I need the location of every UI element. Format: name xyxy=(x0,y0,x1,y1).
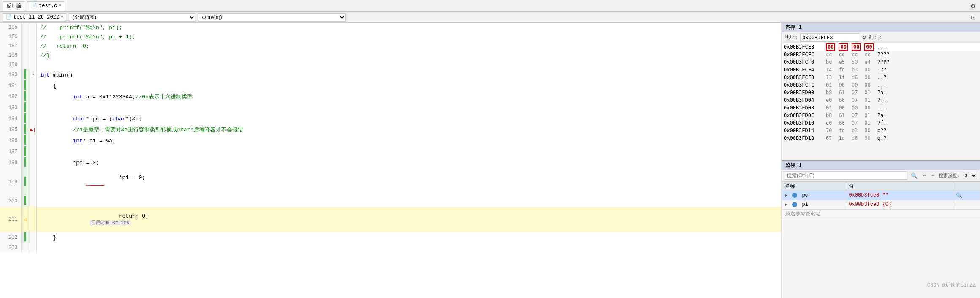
code-scroll[interactable]: 185 // printf("%p\n", pi); 186 // printf… xyxy=(0,23,781,298)
fold-197 xyxy=(30,146,36,157)
fold-191 xyxy=(30,80,36,91)
watch-table-wrapper[interactable]: 名称 值 ▶ pc 0x00b3fce8 "" xyxy=(782,181,980,298)
mem-byte: 00 xyxy=(824,43,837,51)
line-number: 187 xyxy=(0,41,21,51)
address-input[interactable] xyxy=(800,33,859,42)
close-tab-button[interactable]: × xyxy=(59,3,61,8)
mem-byte: 07 xyxy=(850,112,863,119)
fold-186 xyxy=(30,32,36,41)
mem-byte: 00 xyxy=(863,74,875,81)
memory-panel-title: 内存 1 xyxy=(785,24,801,31)
current-execution-icon: ◁ xyxy=(24,216,27,223)
mem-ascii: .... xyxy=(876,104,980,112)
tab-testc[interactable]: 📄 test.c × xyxy=(27,1,65,11)
fold-195: ▶| xyxy=(30,124,36,135)
func-dropdown[interactable]: ⊙ main() xyxy=(198,13,346,22)
gutter-186 xyxy=(21,32,30,41)
mem-byte: b3 xyxy=(850,66,863,74)
watch-panel: 监视 1 🔍 ← → 搜索深度: 3 1 2 4 5 xyxy=(782,161,980,298)
table-row: 189 xyxy=(0,60,781,69)
mem-byte: cc xyxy=(837,51,850,58)
code-202: } xyxy=(36,232,781,243)
mem-addr: 0x00B3FD14 xyxy=(782,127,824,134)
gutter-185 xyxy=(21,23,30,32)
memory-row: 0x00B3FCEC cc cc cc cc ???? xyxy=(782,51,980,58)
address-label: 地址: xyxy=(785,34,798,41)
mem-byte: e4 xyxy=(863,58,875,66)
fold-202 xyxy=(30,232,36,243)
right-panel: 内存 1 地址: ↻ 列: 4 0x00B3FCE8 00 xyxy=(782,23,980,298)
mem-addr: 0x00B3FCE8 xyxy=(782,43,824,51)
next-search-button[interactable]: → xyxy=(930,173,936,178)
mem-byte: 01 xyxy=(863,119,875,127)
watch-search-input[interactable] xyxy=(785,171,907,180)
gutter-201: ◁ xyxy=(21,207,30,232)
mem-byte: 00 xyxy=(837,81,850,89)
memory-row: 0x00B3FD10 e0 66 07 01 ?f.. xyxy=(782,119,980,127)
mem-byte: 00 xyxy=(863,127,875,134)
line-number: 198 xyxy=(0,157,21,168)
mem-byte: e0 xyxy=(824,96,837,104)
gutter-195[interactable] xyxy=(21,124,30,135)
code-pane: 185 // printf("%p\n", pi); 186 // printf… xyxy=(0,23,782,298)
watch-add-label: 添加要监视的项 xyxy=(782,209,980,219)
mem-byte: 00 xyxy=(863,66,875,74)
mem-byte: e0 xyxy=(824,119,837,127)
maximize-button[interactable]: ⊡ xyxy=(969,13,977,22)
gutter-198 xyxy=(21,157,30,168)
refresh-button[interactable]: ↻ xyxy=(862,34,866,41)
mem-byte: 00 xyxy=(837,43,850,51)
tab-disassembly[interactable]: 反汇编 xyxy=(3,1,25,11)
fold-200 xyxy=(30,196,36,207)
mem-byte: 01 xyxy=(863,96,875,104)
search-icon-button[interactable]: 🔍 xyxy=(910,172,918,179)
watch-value-pi: 0x00b3fce8 {0} xyxy=(846,200,953,209)
watch-header-row: 名称 值 xyxy=(782,181,980,191)
mem-ascii: .??. xyxy=(876,66,980,74)
fold-201 xyxy=(30,207,36,232)
file-name: test_11_26_2022 xyxy=(14,14,59,20)
expand-icon[interactable]: ▶ xyxy=(785,202,787,207)
code-192: int a = 0x11223344;//0x表示十六进制类型 xyxy=(36,91,781,102)
watch-toolbar: 🔍 ← → 搜索深度: 3 1 2 4 5 xyxy=(782,170,980,181)
line-number: 202 xyxy=(0,232,21,243)
memory-row: 0x00B3FCFC 01 00 00 00 .... xyxy=(782,81,980,89)
table-row: 194 char* pc = (char*)&a; xyxy=(0,113,781,124)
gutter-203 xyxy=(21,243,30,252)
code-table: 185 // printf("%p\n", pi); 186 // printf… xyxy=(0,23,781,252)
depth-select[interactable]: 3 1 2 4 5 xyxy=(963,172,977,179)
second-toolbar: 📄 test_11_26_2022 ▼ (全局范围) ⊙ main() ⊡ xyxy=(0,12,980,23)
watch-search-pc: 🔍 xyxy=(953,191,980,200)
time-badge: 已用时间 <= 1ms xyxy=(90,220,131,225)
watch-item-pi[interactable]: ▶ pi 0x00b3fce8 {0} xyxy=(782,200,980,209)
col-value-header: 值 xyxy=(846,181,953,191)
code-196: int* pi = &a; xyxy=(36,135,781,146)
mem-byte: 01 xyxy=(863,89,875,96)
gutter-190 xyxy=(21,69,30,80)
line-number: 190 xyxy=(0,69,21,80)
settings-button[interactable]: ⚙ xyxy=(969,2,977,10)
fold-192 xyxy=(30,91,36,102)
watch-item-pc[interactable]: ▶ pc 0x00b3fce8 "" 🔍 xyxy=(782,191,980,200)
gutter-196 xyxy=(21,135,30,146)
line-number: 188 xyxy=(0,51,21,60)
memory-row-highlighted: 0x00B3FCE8 00 00 00 00 xyxy=(782,43,980,51)
mem-byte: 00 xyxy=(837,104,850,112)
mem-byte: cc xyxy=(850,51,863,58)
mem-ascii: ?a.. xyxy=(876,112,980,119)
watch-add-row[interactable]: 添加要监视的项 xyxy=(782,209,980,219)
memory-table-wrapper[interactable]: 0x00B3FCE8 00 00 00 00 xyxy=(782,43,980,160)
scope-dropdown[interactable]: (全局范围) xyxy=(69,13,195,22)
fold-198 xyxy=(30,157,36,168)
mem-byte: 01 xyxy=(824,104,837,112)
table-row: 196 int* pi = &a; xyxy=(0,135,781,146)
memory-row: 0x00B3FD00 b8 61 07 01 ?a.. xyxy=(782,89,980,96)
table-row: 201 ◁ return 0; 已用时间 <= 1ms xyxy=(0,207,781,232)
prev-search-button[interactable]: ← xyxy=(921,173,927,178)
gutter-193 xyxy=(21,102,30,113)
file-selector[interactable]: 📄 test_11_26_2022 ▼ xyxy=(3,13,66,22)
expand-icon[interactable]: ▶ xyxy=(785,193,787,198)
watch-search-pi xyxy=(953,200,980,209)
memory-row: 0x00B3FD14 70 fd b3 00 p??. xyxy=(782,127,980,134)
line-number: 193 xyxy=(0,102,21,113)
